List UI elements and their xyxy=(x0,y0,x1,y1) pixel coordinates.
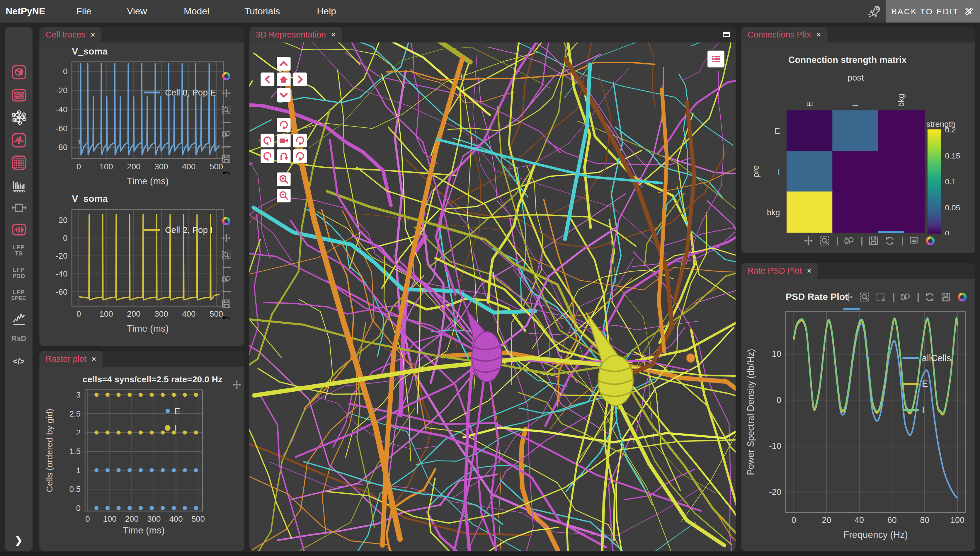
rate-psd-tab[interactable]: Rate PSD Plot × xyxy=(741,263,818,279)
close-icon[interactable]: × xyxy=(91,355,96,363)
svg-text:E: E xyxy=(805,101,814,107)
svg-text:100: 100 xyxy=(99,162,113,171)
rotate-cw-right-button[interactable] xyxy=(293,134,307,147)
sidebar-item-cell-traces[interactable] xyxy=(5,132,32,149)
save-icon[interactable] xyxy=(868,236,878,246)
pan-up-button[interactable] xyxy=(277,57,291,71)
home-view-button[interactable] xyxy=(277,72,291,86)
plotly-logo-icon[interactable] xyxy=(221,71,231,81)
pan-icon[interactable] xyxy=(232,380,242,390)
zoom-lenses-icon[interactable] xyxy=(844,236,854,246)
zoom-out-button[interactable] xyxy=(277,189,291,202)
box-zoom-icon[interactable] xyxy=(221,250,231,260)
reset-axes-icon[interactable] xyxy=(221,315,231,321)
sidebar-item-lfp-spec[interactable]: LFPSPEC xyxy=(5,289,32,301)
connections-panel: Connections Plot × Connection strength m… xyxy=(741,27,975,253)
menu-view[interactable]: View xyxy=(127,0,147,23)
save-icon[interactable] xyxy=(221,154,231,164)
box-zoom-icon[interactable] xyxy=(221,105,231,115)
svg-text:0.2: 0.2 xyxy=(945,125,956,134)
sidebar-item-code[interactable]: </> xyxy=(5,357,32,366)
divider xyxy=(222,291,230,293)
plotly-logo-icon[interactable] xyxy=(925,236,935,246)
menu-tutorials[interactable]: Tutorials xyxy=(244,0,280,23)
refresh-icon[interactable] xyxy=(924,292,935,302)
dense-grid-icon xyxy=(10,154,27,171)
svg-text:Cell 0, Pop E: Cell 0, Pop E xyxy=(165,87,216,97)
sidebar-item-rxd[interactable]: RxD xyxy=(5,334,32,343)
svg-text:200: 200 xyxy=(127,162,141,171)
menu-model[interactable]: Model xyxy=(184,0,209,23)
zoom-lenses-icon[interactable] xyxy=(221,129,231,139)
pan-down-button[interactable] xyxy=(277,88,291,102)
sidebar-item-lfp-ts[interactable]: LFPTS xyxy=(5,244,32,257)
legend-list-button[interactable] xyxy=(707,51,724,68)
sidebar-item-dot-matrix[interactable] xyxy=(5,87,32,104)
zoom-in-button[interactable] xyxy=(277,173,291,186)
reset-axes-icon[interactable] xyxy=(221,170,231,176)
maximize-icon[interactable] xyxy=(721,30,731,39)
sidebar-item-line-chart[interactable] xyxy=(5,310,32,328)
camera-button[interactable] xyxy=(277,134,291,147)
box-select-icon[interactable] xyxy=(876,292,886,302)
zoom-lenses-icon[interactable] xyxy=(221,274,231,284)
pan-left-button[interactable] xyxy=(260,72,274,86)
svg-text:Power Spectral Density (db/Hz): Power Spectral Density (db/Hz) xyxy=(746,349,756,475)
sidebar-expand-chevron[interactable]: ❯ xyxy=(5,535,32,546)
svg-text:0: 0 xyxy=(792,515,796,525)
pan-right-button[interactable] xyxy=(293,72,307,86)
save-icon[interactable] xyxy=(221,299,231,309)
neuron-3d-scene[interactable] xyxy=(249,27,736,551)
sidebar-item-grid-sync[interactable] xyxy=(5,199,32,216)
svg-text:10: 10 xyxy=(772,349,781,359)
pan-icon[interactable] xyxy=(803,236,813,246)
sidebar-item-lfp-psd[interactable]: LFPPSD xyxy=(5,267,32,280)
comment-icon[interactable] xyxy=(909,236,919,246)
close-icon[interactable]: × xyxy=(331,31,336,39)
sidebar-item-dense-grid[interactable] xyxy=(5,154,32,171)
pan-icon[interactable] xyxy=(843,292,854,302)
svg-text:0: 0 xyxy=(76,504,81,512)
menu-file[interactable]: File xyxy=(76,0,91,23)
uturn-rotate-button[interactable] xyxy=(277,149,291,163)
back-to-edit-button[interactable]: BACK TO EDIT xyxy=(886,0,980,23)
roll-ccw-button[interactable] xyxy=(260,149,274,163)
representation-3d-tab[interactable]: 3D Representation × xyxy=(249,27,342,42)
pan-icon[interactable] xyxy=(221,88,231,98)
svg-text:1.5: 1.5 xyxy=(70,447,81,456)
raster-tab[interactable]: Raster plot × xyxy=(39,351,102,367)
svg-text:2.5: 2.5 xyxy=(70,409,81,418)
svg-text:Cells (ordered by gid): Cells (ordered by gid) xyxy=(45,409,54,492)
connections-tab[interactable]: Connections Plot × xyxy=(741,27,827,42)
svg-text:cells=4 syns/cell=2.5 rate=2: cells=4 syns/cell=2.5 rate=20.0 Hz xyxy=(82,374,222,384)
roll-cw-button[interactable] xyxy=(293,149,307,163)
close-icon[interactable]: × xyxy=(91,31,95,39)
save-icon[interactable] xyxy=(941,292,951,302)
representation-3d-tab-label: 3D Representation xyxy=(256,30,326,39)
sidebar-item-lfp-wave[interactable] xyxy=(5,221,32,238)
box-zoom-icon[interactable] xyxy=(819,236,830,246)
svg-text:-20: -20 xyxy=(56,251,67,260)
pan-icon[interactable] xyxy=(221,233,231,243)
svg-text:-60: -60 xyxy=(56,288,67,296)
histogram-icon xyxy=(10,177,27,194)
refresh-icon[interactable] xyxy=(885,236,895,246)
close-icon[interactable]: × xyxy=(807,267,812,275)
svg-text:0.5: 0.5 xyxy=(70,485,81,494)
close-icon[interactable]: × xyxy=(816,31,821,39)
back-to-edit-label: BACK TO EDIT xyxy=(891,6,959,16)
rocket-icon[interactable] xyxy=(866,3,882,19)
rotate-ccw-left-button[interactable] xyxy=(260,134,274,147)
zoom-lenses-icon[interactable] xyxy=(900,292,910,302)
sidebar-item-network[interactable] xyxy=(5,109,32,126)
svg-text:I: I xyxy=(778,167,780,176)
cell-traces-tab[interactable]: Cell traces × xyxy=(39,27,102,42)
plotly-logo-icon[interactable] xyxy=(221,216,231,226)
sidebar-item-spike-histogram[interactable] xyxy=(5,177,32,194)
plotly-logo-icon[interactable] xyxy=(957,292,967,302)
menu-help[interactable]: Help xyxy=(317,0,336,23)
sidebar-item-3d-cube[interactable] xyxy=(5,64,32,81)
rotate-cw-button[interactable] xyxy=(277,118,291,132)
footer-strip xyxy=(0,552,980,556)
box-zoom-icon[interactable] xyxy=(859,292,870,302)
